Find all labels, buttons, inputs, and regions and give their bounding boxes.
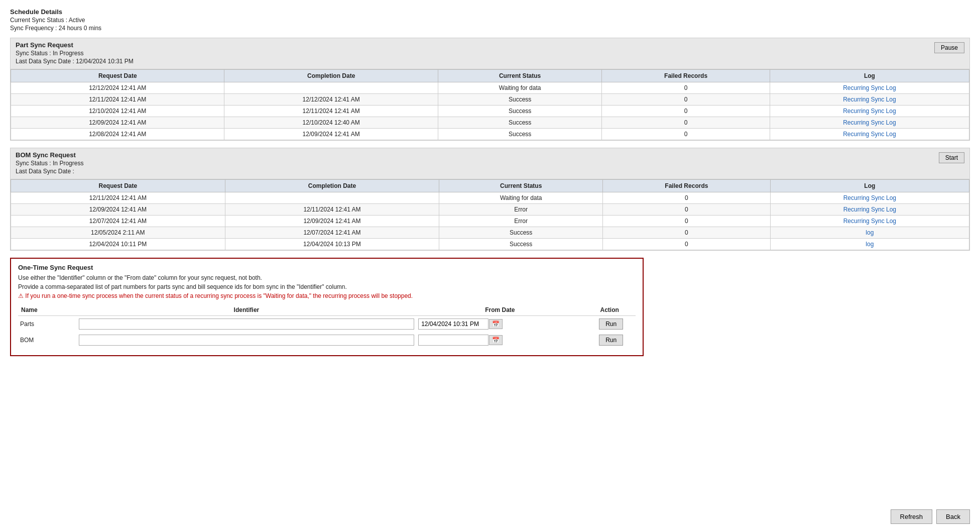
bom-log: log — [770, 227, 969, 239]
pause-button[interactable]: Pause — [934, 42, 964, 53]
identifier-input-1[interactable] — [79, 335, 414, 346]
page-container: Schedule Details Current Sync Status : A… — [0, 0, 980, 532]
part-current-status: Success — [438, 94, 602, 105]
schedule-sync-frequency: Sync Frequency : 24 hours 0 mins — [10, 25, 970, 32]
table-row: 12/05/2024 2:11 AM 12/07/2024 12:41 AM S… — [11, 227, 969, 239]
table-row: 12/11/2024 12:41 AM Waiting for data 0 R… — [11, 192, 969, 204]
bom-completion-date: 12/09/2024 12:41 AM — [225, 216, 439, 227]
part-failed-records: 0 — [602, 117, 770, 129]
refresh-button[interactable]: Refresh — [891, 509, 933, 524]
one-time-action-cell-0: Run — [584, 316, 636, 333]
part-sync-last-date: Last Data Sync Date : 12/04/2024 10:31 P… — [16, 58, 134, 65]
calendar-button-0[interactable]: 📅 — [489, 319, 503, 329]
part-current-status: Success — [438, 129, 602, 140]
schedule-details: Schedule Details Current Sync Status : A… — [10, 8, 970, 32]
schedule-details-title: Schedule Details — [10, 8, 970, 16]
bom-request-date: 12/05/2024 2:11 AM — [11, 227, 225, 239]
part-col-request-date: Request Date — [11, 70, 224, 82]
bom-request-date: 12/07/2024 12:41 AM — [11, 216, 225, 227]
recurring-sync-log-link[interactable]: Recurring Sync Log — [843, 131, 896, 138]
part-request-date: 12/10/2024 12:41 AM — [11, 105, 224, 117]
one-time-fromdate-cell-1: 📅 — [416, 332, 583, 348]
bom-log-link[interactable]: log — [866, 241, 874, 248]
bom-current-status: Error — [439, 216, 603, 227]
bottom-buttons: Refresh Back — [891, 509, 970, 524]
part-col-failed-records: Failed Records — [602, 70, 770, 82]
recurring-sync-log-link[interactable]: Recurring Sync Log — [843, 119, 896, 126]
bom-col-request-date: Request Date — [11, 180, 225, 192]
one-time-col-action: Action — [584, 304, 636, 316]
recurring-sync-log-link[interactable]: Recurring Sync Log — [843, 96, 896, 103]
bom-sync-last-date: Last Data Sync Date : — [16, 168, 83, 175]
bom-completion-date: 12/04/2024 10:13 PM — [225, 239, 439, 250]
bom-failed-records: 0 — [603, 216, 771, 227]
part-failed-records: 0 — [602, 129, 770, 140]
part-log: Recurring Sync Log — [770, 117, 969, 129]
recurring-sync-log-link[interactable]: Recurring Sync Log — [843, 84, 896, 91]
one-time-col-name: Name — [18, 304, 77, 316]
recurring-sync-log-link[interactable]: Recurring Sync Log — [843, 108, 896, 115]
bom-request-date: 12/11/2024 12:41 AM — [11, 192, 225, 204]
one-time-desc2: Provide a comma-separated list of part n… — [18, 283, 636, 290]
bom-col-failed-records: Failed Records — [603, 180, 771, 192]
part-completion-date: 12/12/2024 12:41 AM — [224, 94, 438, 105]
bom-failed-records: 0 — [603, 239, 771, 250]
table-row: 12/08/2024 12:41 AM 12/09/2024 12:41 AM … — [11, 129, 969, 140]
bom-log: Recurring Sync Log — [770, 216, 969, 227]
bom-log-link[interactable]: Recurring Sync Log — [843, 206, 896, 213]
table-row: 12/12/2024 12:41 AM Waiting for data 0 R… — [11, 82, 969, 94]
part-sync-header: Part Sync Request Sync Status : In Progr… — [11, 38, 969, 69]
calendar-button-1[interactable]: 📅 — [489, 335, 503, 345]
bom-request-date: 12/04/2024 10:11 PM — [11, 239, 225, 250]
list-item: BOM 📅 Run — [18, 332, 636, 348]
part-completion-date: 12/10/2024 12:40 AM — [224, 117, 438, 129]
one-time-warning: ⚠ If you run a one-time sync process whe… — [18, 292, 636, 299]
part-col-current-status: Current Status — [438, 70, 602, 82]
bom-log-link[interactable]: Recurring Sync Log — [843, 218, 896, 225]
one-time-col-from-date: From Date — [416, 304, 583, 316]
part-failed-records: 0 — [602, 82, 770, 94]
part-log: Recurring Sync Log — [770, 129, 969, 140]
from-date-input-1[interactable] — [418, 335, 488, 346]
part-sync-title: Part Sync Request — [16, 41, 134, 49]
table-row: 12/09/2024 12:41 AM 12/11/2024 12:41 AM … — [11, 204, 969, 216]
bom-log: log — [770, 239, 969, 250]
bom-completion-date: 12/07/2024 12:41 AM — [225, 227, 439, 239]
bom-sync-status: Sync Status : In Progress — [16, 160, 83, 167]
one-time-fromdate-cell-0: 📅 — [416, 316, 583, 333]
part-log: Recurring Sync Log — [770, 105, 969, 117]
bom-failed-records: 0 — [603, 192, 771, 204]
bom-current-status: Success — [439, 239, 603, 250]
part-sync-section: Part Sync Request Sync Status : In Progr… — [10, 38, 970, 141]
part-sync-table: Request Date Completion Date Current Sta… — [11, 69, 969, 140]
start-button[interactable]: Start — [939, 152, 964, 163]
bom-request-date: 12/09/2024 12:41 AM — [11, 204, 225, 216]
one-time-action-cell-1: Run — [584, 332, 636, 348]
run-button-1[interactable]: Run — [599, 335, 623, 346]
part-request-date: 12/09/2024 12:41 AM — [11, 117, 224, 129]
part-current-status: Waiting for data — [438, 82, 602, 94]
bom-current-status: Error — [439, 204, 603, 216]
bom-sync-section: BOM Sync Request Sync Status : In Progre… — [10, 148, 970, 251]
part-log: Recurring Sync Log — [770, 82, 969, 94]
part-request-date: 12/11/2024 12:41 AM — [11, 94, 224, 105]
bom-log: Recurring Sync Log — [770, 192, 969, 204]
back-button[interactable]: Back — [936, 509, 970, 524]
part-request-date: 12/12/2024 12:41 AM — [11, 82, 224, 94]
table-row: 12/04/2024 10:11 PM 12/04/2024 10:13 PM … — [11, 239, 969, 250]
part-col-log: Log — [770, 70, 969, 82]
part-current-status: Success — [438, 117, 602, 129]
one-time-col-identifier: Identifier — [77, 304, 416, 316]
run-button-0[interactable]: Run — [599, 318, 623, 330]
bom-log-link[interactable]: log — [866, 229, 874, 236]
one-time-table: Name Identifier From Date Action Parts 📅… — [18, 304, 636, 348]
bom-sync-header: BOM Sync Request Sync Status : In Progre… — [11, 148, 969, 179]
bom-col-completion-date: Completion Date — [225, 180, 439, 192]
part-completion-date — [224, 82, 438, 94]
identifier-input-0[interactable] — [79, 318, 414, 330]
bom-col-log: Log — [770, 180, 969, 192]
bom-log-link[interactable]: Recurring Sync Log — [843, 194, 896, 201]
one-time-identifier-cell-0 — [77, 316, 416, 333]
table-row: 12/11/2024 12:41 AM 12/12/2024 12:41 AM … — [11, 94, 969, 105]
from-date-input-0[interactable] — [418, 318, 488, 330]
